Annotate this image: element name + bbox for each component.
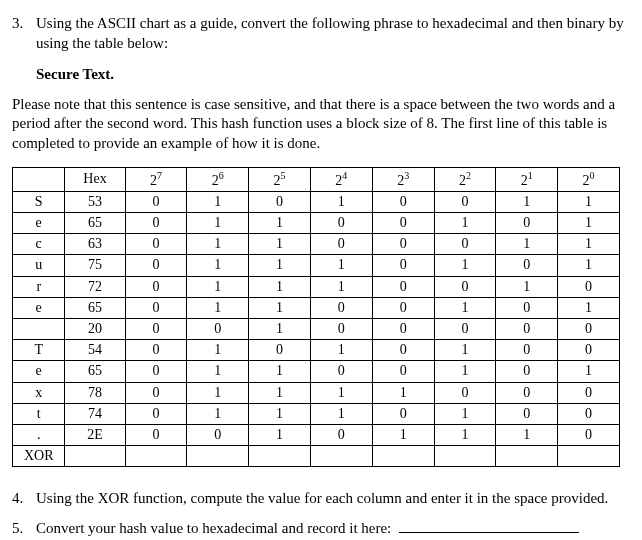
cell-bit: 0	[372, 403, 434, 424]
cell-bit: 1	[310, 403, 372, 424]
cell-bit: 0	[310, 318, 372, 339]
cell-bit: 0	[187, 424, 249, 445]
cell-hex	[65, 446, 125, 467]
cell-char: S	[13, 191, 65, 212]
cell-bit: 0	[496, 318, 558, 339]
cell-bit: 1	[434, 213, 496, 234]
cell-bit: 0	[125, 403, 187, 424]
cell-bit: 1	[187, 361, 249, 382]
table-row: x 78 0 1 1 1 1 0 0 0	[13, 382, 620, 403]
cell-bit: 0	[496, 340, 558, 361]
table-row: r 72 0 1 1 1 0 0 1 0	[13, 276, 620, 297]
cell-bit	[249, 446, 311, 467]
cell-bit: 1	[249, 318, 311, 339]
cell-bit: 1	[496, 276, 558, 297]
cell-bit: 0	[372, 234, 434, 255]
cell-hex: 74	[65, 403, 125, 424]
cell-bit: 1	[558, 361, 620, 382]
cell-bit: 1	[310, 340, 372, 361]
cell-bit: 1	[249, 234, 311, 255]
cell-hex: 63	[65, 234, 125, 255]
cell-bit: 1	[187, 403, 249, 424]
table-row: u 75 0 1 1 1 0 1 0 1	[13, 255, 620, 276]
cell-hex: 20	[65, 318, 125, 339]
cell-bit: 1	[558, 297, 620, 318]
cell-bit: 1	[187, 340, 249, 361]
q5-text: Convert your hash value to hexadecimal a…	[36, 519, 624, 539]
cell-bit: 1	[434, 424, 496, 445]
cell-bit: 0	[496, 213, 558, 234]
cell-bit: 1	[372, 382, 434, 403]
cell-bit: 0	[125, 255, 187, 276]
cell-bit: 0	[310, 361, 372, 382]
question-5: 5. Convert your hash value to hexadecima…	[12, 519, 624, 539]
cell-bit: 0	[434, 234, 496, 255]
cell-bit: 0	[372, 318, 434, 339]
header-bit-5: 25	[249, 168, 311, 192]
cell-bit: 0	[496, 297, 558, 318]
cell-bit	[372, 446, 434, 467]
table-row: T 54 0 1 0 1 0 1 0 0	[13, 340, 620, 361]
q4-text: Using the XOR function, compute the valu…	[36, 489, 624, 509]
cell-char: .	[13, 424, 65, 445]
cell-bit: 1	[187, 297, 249, 318]
table-row: S 53 0 1 0 1 0 0 1 1	[13, 191, 620, 212]
cell-bit: 0	[125, 340, 187, 361]
cell-bit: 1	[249, 255, 311, 276]
cell-bit: 1	[187, 234, 249, 255]
cell-char: c	[13, 234, 65, 255]
cell-bit: 0	[558, 318, 620, 339]
header-bit-2: 22	[434, 168, 496, 192]
cell-bit: 1	[310, 255, 372, 276]
cell-bit: 1	[249, 382, 311, 403]
cell-bit: 0	[125, 297, 187, 318]
q3-text: Using the ASCII chart as a guide, conver…	[36, 14, 624, 53]
cell-hex: 65	[65, 213, 125, 234]
table-header-row: Hex 27 26 25 24 23 22 21 20	[13, 168, 620, 192]
cell-bit: 0	[125, 424, 187, 445]
cell-char: T	[13, 340, 65, 361]
cell-bit: 1	[249, 361, 311, 382]
cell-char: u	[13, 255, 65, 276]
cell-bit: 0	[125, 234, 187, 255]
answer-blank-line	[399, 520, 579, 533]
question-3: 3. Using the ASCII chart as a guide, con…	[12, 14, 624, 53]
header-bit-6: 26	[187, 168, 249, 192]
cell-char: t	[13, 403, 65, 424]
cell-bit: 1	[187, 191, 249, 212]
cell-bit: 0	[558, 403, 620, 424]
q3-number: 3.	[12, 14, 36, 34]
cell-bit: 0	[496, 255, 558, 276]
cell-bit	[187, 446, 249, 467]
cell-bit: 0	[434, 382, 496, 403]
cell-bit: 0	[434, 276, 496, 297]
cell-bit	[434, 446, 496, 467]
cell-bit: 1	[187, 276, 249, 297]
q3-phrase: Secure Text.	[36, 65, 624, 85]
cell-bit: 1	[249, 297, 311, 318]
table-row: 20 0 0 1 0 0 0 0 0	[13, 318, 620, 339]
header-bit-3: 23	[372, 168, 434, 192]
cell-bit: 0	[372, 297, 434, 318]
cell-bit: 0	[310, 424, 372, 445]
cell-bit	[310, 446, 372, 467]
cell-char: e	[13, 297, 65, 318]
cell-hex: 54	[65, 340, 125, 361]
cell-bit: 1	[372, 424, 434, 445]
cell-hex: 2E	[65, 424, 125, 445]
cell-bit: 0	[372, 361, 434, 382]
cell-hex: 65	[65, 297, 125, 318]
header-bit-7: 27	[125, 168, 187, 192]
cell-bit: 1	[434, 255, 496, 276]
cell-bit: 0	[310, 234, 372, 255]
cell-bit: 0	[249, 340, 311, 361]
q4-number: 4.	[12, 489, 36, 509]
cell-bit: 0	[249, 191, 311, 212]
cell-bit: 0	[434, 318, 496, 339]
cell-bit: 0	[372, 340, 434, 361]
cell-bit: 0	[310, 297, 372, 318]
cell-hex: 72	[65, 276, 125, 297]
table-row: e 65 0 1 1 0 0 1 0 1	[13, 361, 620, 382]
table-row: e 65 0 1 1 0 0 1 0 1	[13, 213, 620, 234]
cell-char: e	[13, 213, 65, 234]
